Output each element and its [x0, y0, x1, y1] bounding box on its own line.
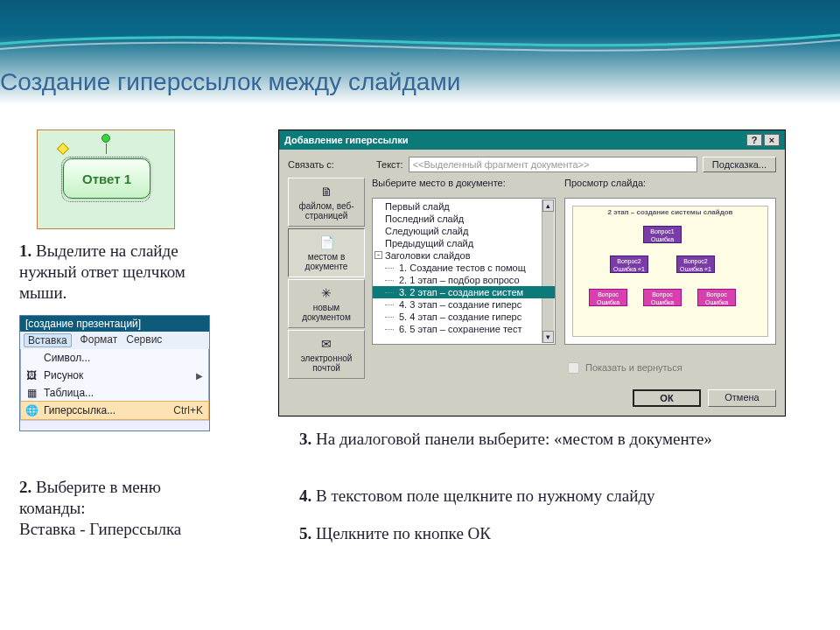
- preview-node: Вопрос Ошибка: [643, 289, 682, 306]
- step-4: 4. В текстовом поле щелкните по нужному …: [299, 486, 789, 507]
- tree-row[interactable]: 5. 4 этап – создание гиперс: [373, 311, 555, 323]
- preview-label: Просмотр слайда:: [564, 178, 776, 194]
- place-tree[interactable]: ▴▾ Первый слайдПоследний слайдСледующий …: [372, 198, 556, 345]
- hyperlink-dialog: Добавление гиперссылки ? × Связать с: Те…: [278, 130, 786, 416]
- preview-node: Вопрос2 Ошибка «1: [610, 256, 648, 273]
- target-label: электронной почтой: [290, 354, 362, 373]
- page-title: Создание гиперссылок между слайдами: [0, 68, 460, 96]
- show-return-check[interactable]: Показать и вернуться: [564, 356, 776, 379]
- dialog-title: Добавление гиперссылки: [284, 135, 408, 145]
- decor-swoosh: [0, 28, 840, 54]
- menu-service[interactable]: Сервис: [126, 333, 162, 347]
- tree-label: Выберите место в документе:: [372, 178, 556, 194]
- text-label: Текст:: [376, 159, 403, 170]
- preview-node: Вопрос2 Ошибка «1: [676, 256, 715, 273]
- tree-row[interactable]: Последний слайд: [373, 213, 555, 225]
- tree-row[interactable]: 6. 5 этап – сохранение тест: [373, 323, 555, 335]
- ruler: [20, 420, 209, 430]
- menu-icon: 🖼: [24, 368, 38, 382]
- tree-row[interactable]: Первый слайд: [373, 200, 555, 213]
- step-1: 1. Выделите на слайде нужный ответ щелчк…: [19, 241, 229, 303]
- step-2: 2. Выберите в меню команды: Вставка - Ги…: [19, 477, 229, 539]
- preview-title: 2 этап – создание системы слайдов: [573, 208, 767, 216]
- hint-button[interactable]: Подсказка...: [703, 157, 776, 172]
- link-with-label: Связать с:: [288, 159, 334, 170]
- slide-preview: 2 этап – создание системы слайдов Вопрос…: [564, 198, 776, 345]
- target-icon: 📄: [318, 234, 334, 250]
- menu-item-label: Гиперссылка...: [44, 404, 116, 416]
- link-target-button[interactable]: 📄местом в документе: [288, 228, 365, 277]
- menu-item-label: Символ...: [44, 352, 90, 364]
- step-5: 5. Щелкните по кнопке ОК: [299, 523, 789, 544]
- menu-item[interactable]: 🌐Гиперссылка...Ctrl+K: [20, 401, 209, 420]
- rotation-handle-icon: [102, 134, 110, 143]
- target-label: местом в документе: [290, 252, 362, 271]
- menu-icon: ▦: [24, 386, 38, 400]
- tree-row[interactable]: 2. 1 этап – подбор вопросо: [373, 274, 555, 286]
- tree-row[interactable]: 1. Создание тестов с помощ: [373, 262, 555, 274]
- menu-item-label: Таблица...: [44, 387, 94, 399]
- preview-node: Вопрос Ошибка: [697, 289, 736, 306]
- tree-row[interactable]: Следующий слайд: [373, 225, 555, 237]
- menu-insert[interactable]: Вставка: [24, 333, 72, 347]
- link-target-button[interactable]: ✳новым документом: [288, 279, 365, 328]
- target-icon: 🗎: [318, 184, 334, 200]
- ok-button[interactable]: ОК: [633, 389, 701, 407]
- adjust-handle-icon: [57, 143, 69, 155]
- target-icon: ✳: [318, 285, 334, 301]
- target-label: файлом, веб-страницей: [290, 201, 362, 220]
- link-target-button[interactable]: ✉электронной почтой: [288, 330, 365, 379]
- target-label: новым документом: [290, 303, 362, 322]
- menu-item[interactable]: 🖼Рисунок▶: [21, 367, 208, 384]
- selected-shape-figure: Ответ 1: [37, 130, 175, 229]
- checkbox-icon[interactable]: [568, 362, 579, 374]
- menubar: Вставка Формат Сервис: [20, 332, 209, 349]
- tree-row[interactable]: 4. 3 этап – создание гиперс: [373, 298, 555, 311]
- link-target-button[interactable]: 🗎файлом, веб-страницей: [288, 178, 365, 227]
- insert-menu-figure: [создание презентаций] Вставка Формат Се…: [19, 315, 210, 431]
- close-button[interactable]: ×: [764, 134, 780, 146]
- dialog-titlebar: Добавление гиперссылки ? ×: [279, 130, 785, 150]
- menu-item[interactable]: ▦Таблица...: [21, 384, 208, 402]
- window-caption: [создание презентаций]: [20, 316, 209, 332]
- menu-icon: 🌐: [24, 403, 38, 417]
- step-3: 3. На диалоговой панели выберите: «место…: [299, 429, 789, 450]
- tree-row[interactable]: Предыдущий слайд: [373, 237, 555, 249]
- cancel-button[interactable]: Отмена: [708, 389, 776, 407]
- menu-item[interactable]: Символ...: [21, 349, 208, 367]
- menu-item-label: Рисунок: [44, 369, 83, 382]
- preview-node: Вопрос1 Ошибка: [643, 226, 682, 243]
- expander-icon[interactable]: -: [374, 251, 382, 259]
- preview-node: Вопрос Ошибка: [589, 289, 627, 306]
- menu-icon: [24, 351, 38, 365]
- target-icon: ✉: [318, 336, 334, 352]
- help-button[interactable]: ?: [746, 134, 762, 146]
- menu-format[interactable]: Формат: [80, 333, 118, 347]
- answer-shape[interactable]: Ответ 1: [63, 158, 150, 199]
- tree-row[interactable]: Заголовки слайдов-: [373, 249, 555, 262]
- text-input[interactable]: <<Выделенный фрагмент документа>>: [409, 157, 697, 172]
- tree-row[interactable]: 3. 2 этап – создание систем: [373, 286, 555, 298]
